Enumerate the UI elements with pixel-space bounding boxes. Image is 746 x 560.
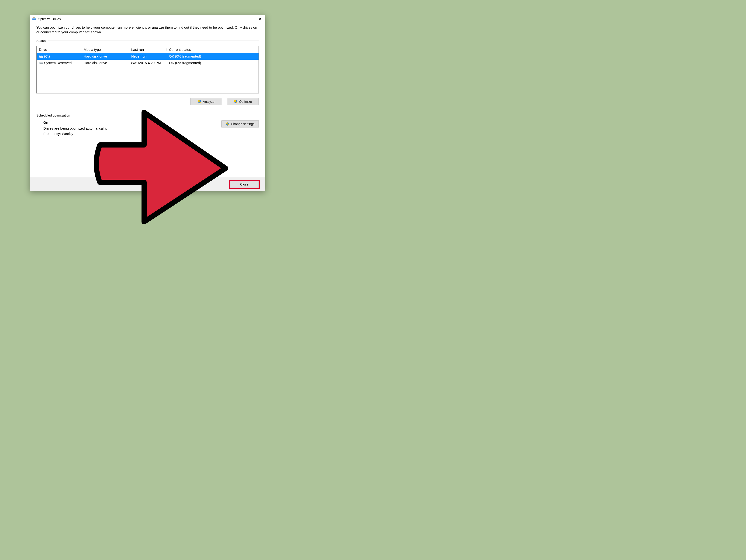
status-label-text: Status xyxy=(36,39,46,42)
drive-last: Never run xyxy=(129,54,167,58)
window-title: Optimize Drives xyxy=(38,17,61,21)
svg-rect-3 xyxy=(34,18,35,18)
scheduled-on: On xyxy=(44,120,222,124)
drive-media: Hard disk drive xyxy=(81,61,129,65)
optimize-drives-window: Optimize Drives You can optimize your dr… xyxy=(30,15,265,191)
analyze-label: Analyze xyxy=(203,100,214,104)
optimize-label: Optimize xyxy=(239,100,252,104)
drive-status: OK (0% fragmented) xyxy=(167,54,259,58)
os-drive-icon xyxy=(39,55,42,58)
optimize-button[interactable]: Optimize xyxy=(227,98,259,105)
optimize-drives-icon xyxy=(32,17,36,21)
analyze-button[interactable]: Analyze xyxy=(190,98,222,105)
close-label: Close xyxy=(240,182,249,186)
uac-shield-icon xyxy=(234,100,237,104)
dialog-footer: Close xyxy=(30,177,265,191)
scheduled-label-text: Scheduled optimization xyxy=(36,114,70,117)
svg-rect-2 xyxy=(33,18,34,18)
drive-icon xyxy=(39,61,42,65)
status-section-label: Status xyxy=(36,39,259,42)
svg-rect-1 xyxy=(32,19,36,19)
drive-last: 8/31/2015 4:20 PM xyxy=(129,61,167,65)
svg-point-13 xyxy=(39,57,40,58)
minimize-button[interactable] xyxy=(233,15,244,23)
scheduled-frequency: Frequency: Weekly xyxy=(44,132,222,136)
drive-media: Hard disk drive xyxy=(81,54,129,58)
description-text: You can optimize your drives to help you… xyxy=(36,25,259,35)
col-media[interactable]: Media type xyxy=(81,48,129,52)
drive-name: System Reserved xyxy=(44,61,71,65)
col-status[interactable]: Current status xyxy=(167,48,259,52)
scheduled-info: On Drives are being optimized automatica… xyxy=(36,120,222,137)
col-last[interactable]: Last run xyxy=(129,48,167,52)
close-button[interactable]: Close xyxy=(230,181,259,188)
svg-rect-12 xyxy=(40,55,41,56)
scheduled-auto-line: Drives are being optimized automatically… xyxy=(44,126,222,130)
drive-row[interactable]: (C:) Hard disk drive Never run OK (0% fr… xyxy=(37,53,259,60)
scheduled-section-label: Scheduled optimization xyxy=(36,114,259,117)
drive-list[interactable]: Drive Media type Last run Current status xyxy=(36,46,259,93)
window-controls xyxy=(233,15,265,23)
uac-shield-icon xyxy=(226,122,229,126)
change-settings-label: Change settings xyxy=(231,122,254,126)
drive-list-header[interactable]: Drive Media type Last run Current status xyxy=(37,46,259,53)
svg-rect-15 xyxy=(39,62,42,63)
change-settings-button[interactable]: Change settings xyxy=(222,120,259,127)
title-bar[interactable]: Optimize Drives xyxy=(30,15,265,23)
maximize-button[interactable] xyxy=(244,15,255,23)
col-drive[interactable]: Drive xyxy=(37,48,81,52)
svg-point-16 xyxy=(39,63,40,64)
svg-rect-6 xyxy=(248,18,250,20)
svg-rect-11 xyxy=(39,55,40,56)
close-button-highlight: Close xyxy=(229,180,260,189)
uac-shield-icon xyxy=(198,100,201,104)
svg-point-4 xyxy=(33,19,33,20)
drive-name: (C:) xyxy=(44,54,50,58)
close-window-button[interactable] xyxy=(255,15,265,23)
drive-row[interactable]: System Reserved Hard disk drive 8/31/201… xyxy=(37,60,259,66)
drive-status: OK (0% fragmented) xyxy=(167,61,259,65)
